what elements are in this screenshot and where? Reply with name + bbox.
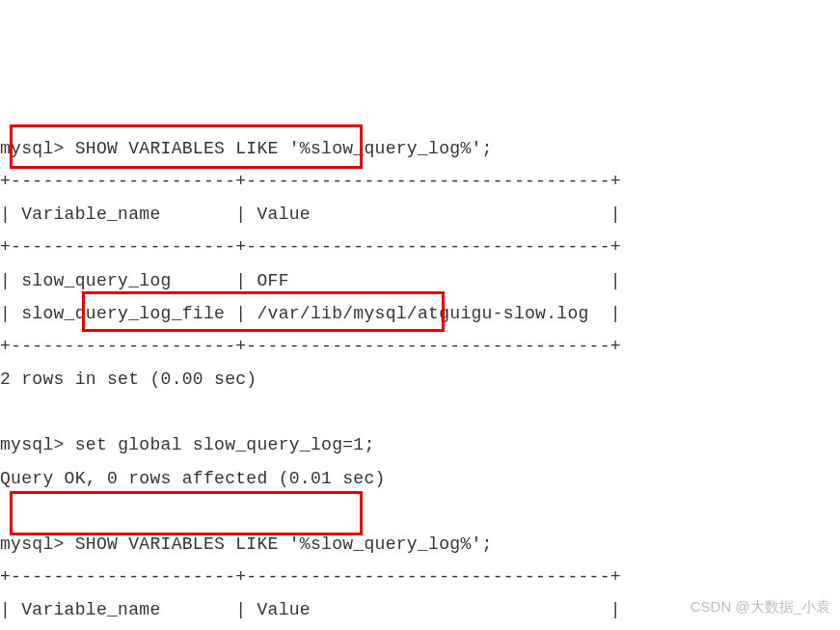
terminal-output: mysql> SHOW VARIABLES LIKE '%slow_query_…: [0, 132, 840, 630]
watermark: CSDN @大数据_小袁: [691, 593, 830, 621]
table-separator: +---------------------+-----------------…: [0, 237, 621, 257]
prompt: mysql>: [0, 435, 75, 454]
prompt: mysql>: [0, 534, 75, 554]
table-separator: +---------------------+-----------------…: [0, 172, 621, 191]
command-show-variables-1: SHOW VARIABLES LIKE '%slow_query_log%';: [75, 139, 493, 158]
table-separator: +---------------------+-----------------…: [0, 337, 621, 356]
table-separator: +---------------------+-----------------…: [0, 567, 621, 587]
table-row: | slow_query_log | OFF |: [0, 271, 621, 290]
command-set-global: set global slow_query_log=1;: [75, 435, 375, 454]
table-header: | Variable_name | Value |: [0, 205, 621, 224]
table-row: | slow_query_log_file | /var/lib/mysql/a…: [0, 304, 621, 323]
command-show-variables-2: SHOW VARIABLES LIKE '%slow_query_log%';: [75, 534, 493, 554]
result-query-ok: Query OK, 0 rows affected (0.01 sec): [0, 469, 386, 488]
prompt: mysql>: [0, 139, 75, 158]
table-header: | Variable_name | Value |: [0, 600, 621, 619]
result-footer: 2 rows in set (0.00 sec): [0, 370, 257, 389]
